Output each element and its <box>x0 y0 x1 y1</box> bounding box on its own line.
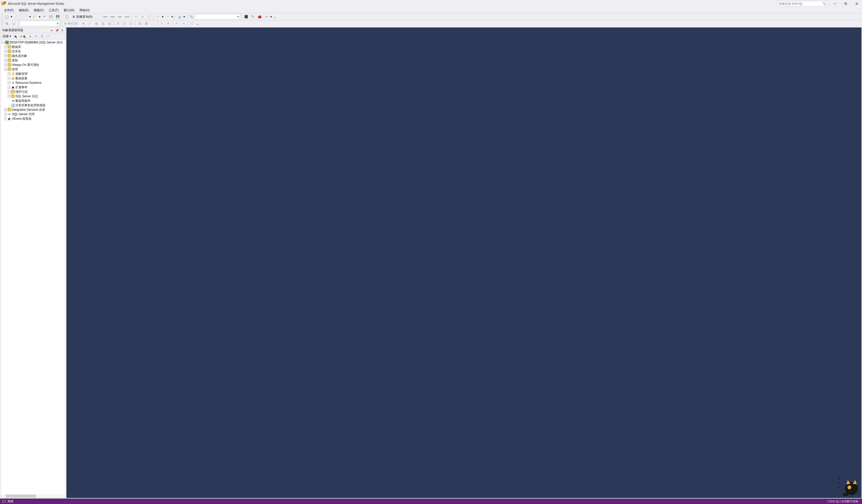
tree-node[interactable]: +▦数据收集 <box>1 76 66 81</box>
increase-indent-button[interactable]: ⇥ <box>181 21 186 26</box>
intellisense-button[interactable]: ▥ <box>107 21 112 26</box>
tree-node[interactable]: +复制 <box>1 58 66 63</box>
toolbar-overflow-2[interactable]: ▾ <box>196 23 199 26</box>
uncomment-button[interactable]: ≢ <box>166 21 171 26</box>
undo-button[interactable]: ↶ <box>155 14 161 19</box>
paste-button[interactable]: 📋 <box>146 14 152 19</box>
cancel-query-button[interactable]: ■ <box>81 21 86 26</box>
change-connection-button[interactable]: 🔌 <box>4 21 10 26</box>
db-engine-query-button[interactable]: 📄 <box>95 14 101 19</box>
xmla-query-button[interactable]: XML <box>117 14 123 19</box>
parse-button[interactable]: ✓ <box>87 21 93 26</box>
window-layout-dropdown[interactable]: ▾ <box>270 14 272 19</box>
open-file-dropdown[interactable]: ▾ <box>39 14 41 19</box>
expander-icon[interactable]: + <box>8 77 11 80</box>
expander-icon[interactable]: + <box>8 95 11 98</box>
connect-button[interactable]: 连接 ▾ <box>2 34 12 38</box>
expander-icon[interactable]: + <box>4 118 7 120</box>
tree-node[interactable]: −管理 <box>1 67 66 71</box>
tree-node[interactable]: ✉数据库邮件 <box>1 98 66 103</box>
expander-icon[interactable]: + <box>4 59 7 62</box>
extension-button[interactable]: ⬛ <box>243 14 249 19</box>
scrollbar-thumb[interactable] <box>6 494 36 498</box>
menu-edit[interactable]: 编辑(E) <box>16 8 31 13</box>
tree-node[interactable]: +🔑策略管理 <box>1 71 66 76</box>
expander-icon[interactable]: + <box>8 91 11 93</box>
connect-ob-button[interactable]: 🔌 <box>12 34 18 39</box>
dax-query-button[interactable]: DAX <box>124 14 130 19</box>
expander-icon[interactable]: + <box>4 108 7 111</box>
window-layout-button[interactable]: ▭ <box>263 14 269 19</box>
save-button[interactable]: 💾 <box>48 14 54 19</box>
display-plan-button[interactable]: ▦ <box>94 21 99 26</box>
filter-button[interactable]: ▼ <box>34 34 39 39</box>
menu-file[interactable]: 文件(F) <box>1 8 16 13</box>
nav-forward-button[interactable]: ◯ <box>13 14 19 19</box>
open-file-button[interactable]: 📂 <box>32 14 38 19</box>
include-client-stats-button[interactable]: ⊡ <box>128 21 134 26</box>
expander-icon[interactable]: − <box>2 41 4 44</box>
quick-launch-box[interactable]: 🔍 <box>778 1 827 6</box>
panel-dropdown-button[interactable]: ▾ <box>50 28 54 32</box>
object-explorer-tree[interactable]: − DESKTOP-5Q6BM84 (SQL Server 16.0. +数据库… <box>1 40 66 494</box>
tree-node[interactable]: +服务器对象 <box>1 54 66 58</box>
results-text-button[interactable]: ▤ <box>137 21 143 26</box>
toolbar-overflow[interactable]: ▾ <box>273 16 276 19</box>
tree-node[interactable]: +SQL Server 日志 <box>1 94 66 98</box>
horizontal-scrollbar[interactable] <box>1 494 66 498</box>
expander-icon[interactable]: + <box>8 81 11 84</box>
activity-monitor-dropdown[interactable]: ▾ <box>183 14 185 19</box>
add-item-button[interactable]: ↶ <box>42 14 47 19</box>
expander-icon[interactable]: + <box>4 64 7 66</box>
expander-icon[interactable]: + <box>4 113 7 116</box>
menu-window[interactable]: 窗口(W) <box>61 8 77 13</box>
redo-button[interactable]: ↷ <box>165 14 170 19</box>
tree-node[interactable]: +Always On 高可用性 <box>1 63 66 67</box>
new-project-button[interactable]: 📄 <box>22 14 28 19</box>
tree-root[interactable]: − DESKTOP-5Q6BM84 (SQL Server 16.0. <box>1 40 66 45</box>
database-combo[interactable]: ▾ <box>20 21 60 26</box>
new-query-button[interactable]: 🗎 新建查询(N) <box>70 14 94 19</box>
minimize-button[interactable] <box>831 1 838 6</box>
quick-launch-input[interactable] <box>779 2 823 5</box>
tree-node[interactable]: +▣扩展事件 <box>1 85 66 90</box>
find-combo[interactable]: ▾ <box>195 14 240 19</box>
available-db-button[interactable]: 📊 <box>11 21 16 26</box>
results-file-button[interactable]: 📄 <box>150 21 156 26</box>
expander-icon[interactable]: + <box>4 45 7 48</box>
menu-help[interactable]: 帮助(H) <box>77 8 92 13</box>
undo-dropdown[interactable]: ▾ <box>162 14 164 19</box>
settings-button[interactable]: 🔧 <box>250 14 256 19</box>
expander-icon[interactable]: + <box>4 50 7 53</box>
toolbar-grip[interactable] <box>1 14 3 19</box>
decrease-indent-button[interactable]: ⇤ <box>174 21 180 26</box>
new-project-dropdown[interactable]: ▾ <box>29 14 31 19</box>
nav-back-button[interactable]: ◯ <box>4 14 10 19</box>
activity-button[interactable]: 〰 <box>45 34 51 39</box>
include-stats-button[interactable]: ⊟ <box>122 21 127 26</box>
toolbox-button[interactable]: 🧰 <box>257 14 263 19</box>
results-grid-button[interactable]: ▦ <box>144 21 149 26</box>
include-plan-button[interactable]: ⊞ <box>115 21 121 26</box>
tree-node[interactable]: +维护计划 <box>1 90 66 94</box>
tree-node[interactable]: +数据库 <box>1 45 66 49</box>
redo-dropdown[interactable]: ▾ <box>171 14 173 19</box>
tree-node[interactable]: 🔄分布式事务处理协调器 <box>1 103 66 107</box>
comment-button[interactable]: ≡ <box>159 21 165 26</box>
expander-icon[interactable]: + <box>8 72 11 75</box>
dmx-query-button[interactable]: DMX <box>109 14 116 19</box>
toolbar-grip-2[interactable] <box>1 21 3 26</box>
query-options-button[interactable]: ▤ <box>100 21 106 26</box>
tree-node[interactable]: +⚙Resource Governor <box>1 81 66 85</box>
panel-close-button[interactable]: ✕ <box>60 28 64 32</box>
panel-pin-button[interactable]: 📌 <box>55 28 59 32</box>
close-button[interactable] <box>853 1 861 6</box>
script-button[interactable]: 📋 <box>64 14 70 19</box>
tree-node[interactable]: +⚙SQL Server 代理 <box>1 112 66 117</box>
copy-button[interactable]: ⧉ <box>140 14 145 19</box>
execute-button[interactable]: ▶ 执行(X) <box>63 21 80 26</box>
disconnect-button[interactable]: ✕🔌 <box>19 34 27 39</box>
tree-node[interactable]: +Integration Services 目录 <box>1 107 66 112</box>
save-all-button[interactable]: 💾 <box>55 14 61 19</box>
menu-view[interactable]: 视图(V) <box>31 8 46 13</box>
